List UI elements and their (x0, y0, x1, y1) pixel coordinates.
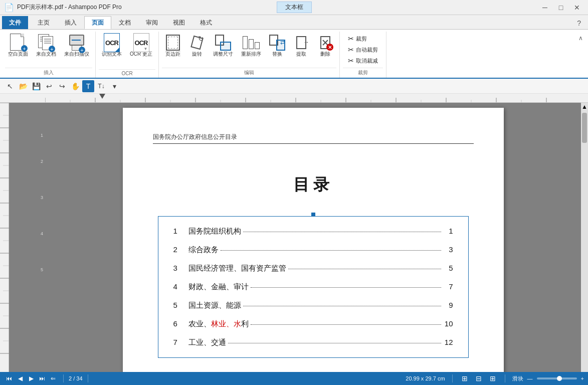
ribbon-tabs: 文件 主页 插入 页面 文档 审阅 视图 格式 ? (0, 15, 588, 29)
hand-tool[interactable]: ✋ (69, 80, 81, 92)
minimize-button[interactable]: ─ (538, 2, 552, 13)
auto-scissors-icon: ✂ (348, 46, 354, 54)
page-margin-button[interactable]: 页边距 (162, 33, 184, 59)
extract-label: 提取 (296, 51, 306, 57)
margin-3: 3 (41, 195, 43, 200)
ocr-more-button[interactable]: OCR ▼ OCR 更正 (127, 33, 155, 59)
cancel-scissors-icon: ✂ (348, 57, 354, 65)
delete-icon: ✕ (317, 35, 333, 51)
cancel-crop-label: 取消裁减 (356, 57, 378, 65)
close-button[interactable]: ✕ (570, 2, 584, 13)
ribbon-collapse-button[interactable]: ∧ (575, 34, 586, 43)
delete-button[interactable]: ✕ 删除 (314, 33, 336, 59)
window-title: PDF演示样本.pdf - Ashampoo PDF Pro (17, 3, 122, 12)
toc-item-4: 4 财政、金融、审计 7 (173, 282, 453, 292)
from-doc-button[interactable]: + 来自文档 (33, 33, 59, 59)
next-page-button[interactable]: ▶ (26, 373, 36, 383)
ribbon-content: + 空白页面 (0, 29, 588, 79)
resize-label: 调整尺寸 (213, 51, 233, 57)
resize-icon (215, 35, 231, 51)
extract-icon: → (293, 35, 309, 51)
tab-review[interactable]: 审阅 (138, 16, 165, 29)
from-doc-label: 来自文档 (36, 51, 56, 57)
status-separator-2 (88, 374, 88, 382)
zoom-icon-3[interactable]: ⊞ (488, 373, 498, 383)
open-button[interactable]: 📂 (17, 80, 29, 92)
text-down-tool[interactable]: T↓ (95, 80, 107, 92)
quick-access-toolbar: ↖ 📂 💾 ↩ ↪ ✋ T T↓ ▾ (0, 79, 588, 94)
undo-button[interactable]: ↩ (43, 80, 55, 92)
toc-text-2: 综合政务 (186, 245, 219, 255)
page-info: 2 / 34 (69, 375, 83, 381)
toc-dots-6 (251, 324, 441, 325)
toc-item-2: 2 综合政务 3 (173, 245, 453, 255)
toc-num-5: 5 (173, 301, 183, 309)
help-button[interactable]: ? (572, 17, 586, 29)
tab-format[interactable]: 格式 (192, 16, 220, 29)
page-margin-label: 页边距 (165, 51, 180, 57)
extract-button[interactable]: → 提取 (290, 33, 312, 59)
ocr-recognize-icon: OCR (104, 35, 120, 51)
toc-num-1: 1 (173, 227, 183, 235)
cancel-crop-button[interactable]: ✂ 取消裁减 (345, 56, 381, 66)
from-scan-button[interactable]: + 来自扫描仪 (61, 33, 92, 59)
toc-num-7: 7 (173, 338, 183, 346)
toc-text-3: 国民经济管理、国有资产监管 (186, 264, 286, 273)
pdf-viewport[interactable]: 国务院办公厅政府信息公开目录 目录 1 国务院组织机构 1 2 综合政务 (45, 103, 581, 372)
margin-4: 4 (41, 231, 43, 236)
first-page-button[interactable]: ⏮ (4, 373, 14, 383)
toc-dots-2 (221, 250, 441, 251)
toc-dots-3 (288, 269, 441, 269)
tab-file[interactable]: 文件 (2, 16, 28, 29)
crop-button[interactable]: ✂ 裁剪 (345, 34, 370, 44)
tab-view[interactable]: 视图 (165, 16, 192, 29)
horizontal-ruler (0, 94, 588, 103)
replace-icon: ⇄ (269, 35, 285, 51)
prev-page-button[interactable]: ◀ (15, 373, 25, 383)
blank-page-button[interactable]: + 空白页面 (5, 33, 31, 59)
right-scrollbar[interactable]: ▲ (581, 103, 588, 372)
tab-document[interactable]: 文档 (111, 16, 138, 29)
toc-page-1: 1 (443, 227, 453, 235)
scroll-up-button[interactable]: ▲ (581, 103, 588, 111)
status-separator-3 (452, 374, 453, 382)
toc-item-6: 6 农业、林业、水利 10 (173, 319, 453, 329)
zoom-icon-2[interactable]: ⊟ (474, 373, 484, 383)
maximize-button[interactable]: □ (554, 2, 568, 13)
ocr-group-items: OCR 识别文本 OCR ▼ OCR 更正 (99, 33, 155, 68)
pdf-title: 目录 (153, 174, 474, 196)
reorder-button[interactable]: 重新排序 (238, 33, 264, 59)
toc-dots-7 (228, 343, 441, 343)
last-page-button[interactable]: ⏭ (37, 373, 47, 383)
tab-page[interactable]: 页面 (84, 16, 111, 29)
zoom-icon-1[interactable]: ⊞ (460, 373, 470, 383)
toc-num-6: 6 (173, 319, 183, 328)
toc-page-7: 12 (443, 338, 453, 346)
redo-button[interactable]: ↪ (56, 80, 68, 92)
save-button[interactable]: 💾 (30, 80, 42, 92)
pointer-tool[interactable]: ↖ (4, 80, 16, 92)
edit-group-label: 编辑 (162, 68, 336, 78)
replace-button[interactable]: ⇄ 替换 (266, 33, 288, 59)
auto-crop-button[interactable]: ✂ 自动裁剪 (345, 45, 381, 55)
recognize-text-button[interactable]: OCR 识别文本 (99, 33, 125, 59)
tab-home[interactable]: 主页 (30, 16, 57, 29)
margin-5: 5 (41, 267, 43, 272)
zoom-slider[interactable] (537, 377, 577, 379)
toc-page-4: 7 (443, 282, 453, 291)
more-tools[interactable]: ▾ (108, 80, 120, 92)
ocr-group-label: OCR (99, 69, 155, 78)
rotate-button[interactable]: ↻ 旋转 (186, 33, 208, 59)
resize-button[interactable]: 调整尺寸 (210, 33, 236, 59)
tab-insert[interactable]: 插入 (57, 16, 84, 29)
from-scan-label: 来自扫描仪 (64, 51, 89, 57)
scrollbar-thumb[interactable] (582, 113, 587, 143)
margin-1: 1 (41, 133, 43, 138)
back-button[interactable]: ⇐ (48, 373, 58, 383)
insert-group-items: + 空白页面 (5, 33, 92, 67)
toc-anchor (311, 213, 315, 217)
cut-group-items: ✂ 裁剪 ✂ 自动裁剪 ✂ 取消裁减 (343, 33, 383, 67)
text-tool[interactable]: T (82, 80, 94, 92)
delete-label: 删除 (320, 51, 330, 57)
crop-label: 裁剪 (356, 35, 367, 43)
